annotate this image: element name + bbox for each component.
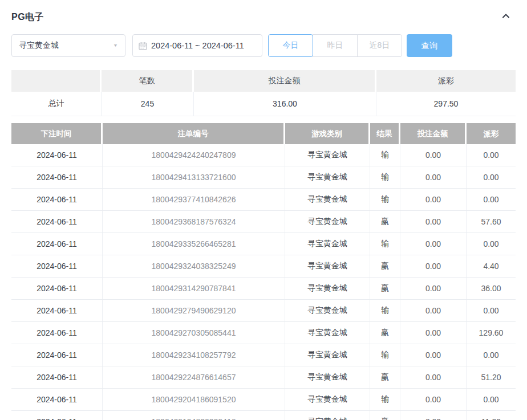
table-row: 2024-06-111800429279490629120寻宝黄金城输0.000… [11, 300, 516, 322]
bet-amount-cell: 0.00 [400, 366, 467, 388]
date-range-input[interactable]: 2024-06-11 ~ 2024-06-11 [132, 34, 262, 57]
pg-electronic-panel: PG电子 寻宝黄金城 ▼ 2024-06-11 ~ 2024-06-11 今日 … [0, 0, 527, 420]
game-select-value: 寻宝黄金城 [19, 40, 59, 51]
bet-amount-cell: 0.00 [400, 233, 467, 255]
summary-total-label: 总计 [11, 92, 102, 116]
date-range-value: 2024-06-11 ~ 2024-06-11 [151, 41, 244, 50]
game-type-cell: 寻宝黄金城 [285, 300, 370, 321]
collapse-panel-button[interactable] [500, 11, 512, 23]
bet-amount-cell: 0.00 [400, 411, 467, 420]
bet-time-cell: 2024-06-11 [11, 278, 103, 299]
chevron-down-icon: ▼ [113, 43, 118, 48]
summary-header-payout: 派彩 [376, 70, 516, 92]
result-cell: 赢 [370, 366, 400, 388]
bet-time-cell: 2024-06-11 [11, 144, 103, 166]
bet-time-cell: 2024-06-11 [11, 255, 103, 277]
bet-amount-cell: 0.00 [400, 278, 467, 299]
payout-cell: 11.20 [467, 411, 516, 420]
result-cell: 输 [370, 189, 400, 210]
table-row: 2024-06-111800429424240247809寻宝黄金城输0.000… [11, 144, 516, 166]
table-row: 2024-06-111800429377410842626寻宝黄金城输0.000… [11, 189, 516, 211]
game-type-cell: 寻宝黄金城 [285, 322, 370, 344]
bet-id-cell: 1800429413133721600 [103, 166, 285, 188]
result-cell: 输 [370, 344, 400, 366]
calendar-icon [139, 42, 147, 50]
result-cell: 赢 [370, 255, 400, 277]
table-row: 2024-06-111800429324038325249寻宝黄金城赢0.004… [11, 255, 516, 278]
bet-records-table: 下注时间 注单编号 游戏类别 结果 投注金额 派彩 2024-06-111800… [11, 123, 516, 420]
last-8-days-button[interactable]: 近8日 [357, 34, 402, 57]
bet-time-cell: 2024-06-11 [11, 166, 103, 188]
bet-id-cell: 1800429314290787841 [103, 278, 285, 299]
summary-header-count: 笔数 [102, 70, 194, 92]
bet-id-cell: 1800429194820220416 [103, 411, 285, 420]
summary-total-payout: 297.50 [376, 92, 516, 116]
payout-cell: 0.00 [467, 389, 516, 410]
game-type-cell: 寻宝黄金城 [285, 366, 370, 388]
col-header-game-type: 游戏类别 [285, 123, 370, 144]
result-cell: 输 [370, 233, 400, 255]
bet-id-cell: 1800429279490629120 [103, 300, 285, 321]
game-type-cell: 寻宝黄金城 [285, 255, 370, 277]
yesterday-button[interactable]: 昨日 [313, 34, 358, 57]
bet-amount-cell: 0.00 [400, 189, 467, 210]
bet-time-cell: 2024-06-11 [11, 211, 103, 233]
bet-id-cell: 1800429234108257792 [103, 344, 285, 366]
bet-id-cell: 1800429424240247809 [103, 144, 285, 166]
bet-id-cell: 1800429270305085441 [103, 322, 285, 344]
table-row: 2024-06-111800429270305085441寻宝黄金城赢0.001… [11, 322, 516, 344]
bet-amount-cell: 0.00 [400, 255, 467, 277]
result-cell: 赢 [370, 411, 400, 420]
payout-cell: 0.00 [467, 300, 516, 321]
result-cell: 赢 [370, 322, 400, 344]
bet-id-cell: 1800429204186091520 [103, 389, 285, 410]
game-select[interactable]: 寻宝黄金城 ▼ [11, 34, 125, 57]
result-cell: 输 [370, 300, 400, 321]
game-type-cell: 寻宝黄金城 [285, 233, 370, 255]
bet-time-cell: 2024-06-11 [11, 322, 103, 344]
table-row: 2024-06-111800429368187576324寻宝黄金城赢0.005… [11, 211, 516, 233]
chevron-up-icon [501, 11, 511, 23]
bet-amount-cell: 0.00 [400, 322, 467, 344]
game-type-cell: 寻宝黄金城 [285, 389, 370, 410]
bet-amount-cell: 0.00 [400, 344, 467, 366]
table-row: 2024-06-111800429194820220416寻宝黄金城赢0.001… [11, 411, 516, 420]
table-row: 2024-06-111800429224876614657寻宝黄金城赢0.005… [11, 366, 516, 389]
today-button[interactable]: 今日 [268, 34, 313, 57]
game-type-cell: 寻宝黄金城 [285, 344, 370, 366]
bet-time-cell: 2024-06-11 [11, 344, 103, 366]
col-header-result: 结果 [370, 123, 400, 144]
payout-cell: 0.00 [467, 144, 516, 166]
bet-table-header: 下注时间 注单编号 游戏类别 结果 投注金额 派彩 [11, 123, 516, 144]
game-type-cell: 寻宝黄金城 [285, 166, 370, 188]
col-header-payout: 派彩 [467, 123, 516, 144]
table-row: 2024-06-111800429314290787841寻宝黄金城赢0.003… [11, 278, 516, 300]
bet-id-cell: 1800429377410842626 [103, 189, 285, 210]
bet-amount-cell: 0.00 [400, 389, 467, 410]
summary-table: 笔数 投注金额 派彩 总计 245 316.00 297.50 [11, 70, 516, 116]
filter-controls: 寻宝黄金城 ▼ 2024-06-11 ~ 2024-06-11 今日 昨日 近8… [11, 34, 516, 57]
summary-header-bet-amount: 投注金额 [194, 70, 376, 92]
payout-cell: 51.20 [467, 366, 516, 388]
game-type-cell: 寻宝黄金城 [285, 189, 370, 210]
payout-cell: 4.40 [467, 255, 516, 277]
bet-table-body: 2024-06-111800429424240247809寻宝黄金城输0.000… [11, 144, 516, 420]
table-row: 2024-06-111800429413133721600寻宝黄金城输0.000… [11, 166, 516, 189]
table-row: 2024-06-111800429335266465281寻宝黄金城输0.000… [11, 233, 516, 255]
result-cell: 输 [370, 389, 400, 410]
bet-amount-cell: 0.00 [400, 300, 467, 321]
game-type-cell: 寻宝黄金城 [285, 144, 370, 166]
bet-amount-cell: 0.00 [400, 166, 467, 188]
bet-time-cell: 2024-06-11 [11, 189, 103, 210]
summary-total-row: 总计 245 316.00 297.50 [11, 92, 516, 116]
payout-cell: 57.60 [467, 211, 516, 233]
bet-time-cell: 2024-06-11 [11, 366, 103, 388]
query-button[interactable]: 查询 [407, 34, 452, 57]
summary-header-row: 笔数 投注金额 派彩 [11, 70, 516, 92]
payout-cell: 0.00 [467, 344, 516, 366]
table-row: 2024-06-111800429234108257792寻宝黄金城输0.000… [11, 344, 516, 366]
payout-cell: 129.60 [467, 322, 516, 344]
payout-cell: 0.00 [467, 189, 516, 210]
result-cell: 赢 [370, 211, 400, 233]
col-header-bet-amount: 投注金额 [400, 123, 467, 144]
